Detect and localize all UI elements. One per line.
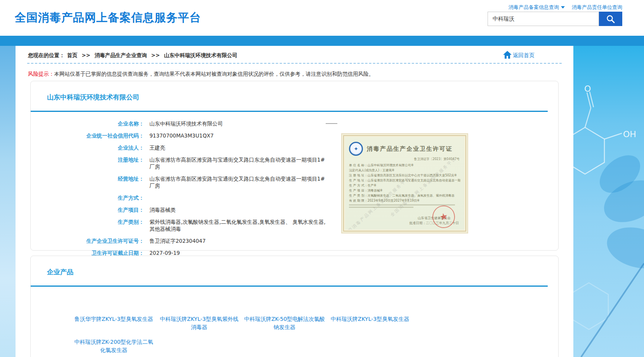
field-row: 生产项目：消毒器械类 [31, 206, 329, 213]
field-row: 生产企业卫生许可证号：鲁卫消证字202304047 [31, 237, 329, 244]
certificate-header: ✦ 消毒产品生产企业卫生许可证 [349, 142, 460, 156]
certificate-body: ✦ 消毒产品生产企业卫生许可证 鲁卫消证字〔2023〕第04047号 单 位 名… [345, 137, 464, 230]
breadcrumb-prefix: 您现在的位置： [28, 52, 65, 58]
card-divider [31, 111, 548, 112]
certificate-number: 鲁卫消证字〔2023〕第04047号 [349, 157, 460, 161]
field-label: 生产企业卫生许可证号： [31, 237, 144, 244]
company-info-card: 山东中科瑞沃环境技术有限公司 企业名称：山东中科瑞沃环境技术有限公司 企业统一社… [30, 81, 559, 251]
top-nav: 消毒产品备案信息查询 消毒产品责任单位查询 [509, 4, 622, 11]
nav-record-info-query[interactable]: 消毒产品备案信息查询 [509, 4, 565, 11]
national-emblem-icon: ✦ [349, 142, 363, 156]
field-label: 经营地址： [31, 175, 144, 189]
products-title: 企业产品 [47, 268, 73, 277]
field-row: 注册地址：山东省潍坊市高新区潍安路与宝通街交叉路口东北角自动变速器一期项目1#厂… [31, 156, 329, 170]
field-value: 91370700MA3M3U1QX7 [149, 132, 214, 139]
field-row: 生产类别：紫外线消毒器,次氯酸钠发生器,二氧化氯发生器,臭氧发生器、 臭氧水发生… [31, 218, 329, 232]
search-button[interactable] [599, 12, 622, 26]
certificate-line: 生 产 项 目：消毒器械※ [349, 188, 460, 193]
field-label: 生产项目： [31, 206, 144, 213]
main-content: 您现在的位置：首页 >> 消毒产品生产企业查询 >> 山东中科瑞沃环境技术有限公… [16, 46, 573, 357]
breadcrumb-separator: >> [82, 52, 90, 58]
certificate-title: 消毒产品生产企业卫生许可证 [367, 145, 453, 153]
chevron-down-icon [561, 6, 565, 9]
home-icon [503, 51, 512, 59]
field-value: 消毒器械类 [149, 206, 176, 213]
breadcrumb-current: 山东中科瑞沃环境技术有限公司 [164, 52, 238, 58]
field-value: 王建亮 [149, 144, 165, 151]
search-input[interactable] [488, 12, 599, 26]
return-home-link[interactable]: 返回首页 [503, 51, 535, 59]
svg-text:O: O [584, 84, 591, 94]
field-label: 企业法人： [31, 144, 144, 151]
field-label: 企业统一社会信用代码： [31, 132, 144, 139]
risk-warning: 风险提示：本网站仅基于已掌握的信息提供查询服务，查询结果不代表本网站对被查询对象… [28, 70, 374, 78]
background-decoration: O OH [573, 46, 644, 357]
product-link[interactable]: 中科瑞沃牌ZK-50型电解法次氯酸钠发生器 [243, 315, 326, 331]
risk-warning-text: 本网站仅基于已掌握的信息提供查询服务，查询结果不代表本网站对被查询对象信用状况的… [54, 71, 374, 77]
svg-text:OH: OH [623, 129, 636, 139]
product-link[interactable]: 中科瑞沃牌ZK-200型化学法二氧化氯发生器 [73, 338, 155, 354]
header-blue-strip [0, 36, 644, 46]
nav-responsible-unit-query[interactable]: 消毒产品责任单位查询 [572, 4, 622, 11]
page-header: 全国消毒产品网上备案信息服务平台 消毒产品备案信息查询 消毒产品责任单位查询 [0, 0, 644, 36]
company-fields: 企业名称：山东中科瑞沃环境技术有限公司 企业统一社会信用代码：91370700M… [31, 120, 329, 261]
field-value: 山东省潍坊市高新区潍安路与宝通街交叉路口东北角自动变速器一期项目1#厂房 [149, 175, 329, 189]
product-list: 鲁沃华宇牌ZKYL-3型臭氧发生器 中科瑞沃牌ZKYL-3型臭氧紫外线消毒器 中… [71, 315, 414, 357]
search-bar [488, 12, 622, 26]
certificate-line: 生 产 类 别：次氯酸钠发生器、二氧化氯发生器、臭氧发生器、紫外线消毒器 [349, 193, 460, 198]
nav-record-info-query-label: 消毒产品备案信息查询 [509, 4, 559, 11]
nav-responsible-unit-query-label: 消毒产品责任单位查询 [572, 4, 622, 11]
field-label: 生产方式： [31, 194, 144, 201]
field-value: 山东省潍坊市高新区潍安路与宝通街交叉路口东北角自动变速器一期项目1#厂房 [149, 156, 329, 170]
enterprise-products-card: 企业产品 鲁沃华宇牌ZKYL-3型臭氧发生器 中科瑞沃牌ZKYL-3型臭氧紫外线… [30, 256, 559, 357]
breadcrumb: 您现在的位置：首页 >> 消毒产品生产企业查询 >> 山东中科瑞沃环境技术有限公… [28, 52, 240, 59]
field-label: 注册地址： [31, 156, 144, 170]
field-row: 企业法人：王建亮 [31, 144, 329, 151]
field-row: 企业统一社会信用代码：91370700MA3M3U1QX7 [31, 132, 329, 139]
card-divider [31, 286, 548, 287]
return-home-label: 返回首页 [513, 52, 535, 59]
product-link[interactable]: 中科瑞沃牌ZKYL-3型臭氧紫外线消毒器 [158, 315, 240, 331]
breadcrumb-home[interactable]: 首页 [67, 52, 78, 58]
breadcrumb-enterprise-query[interactable]: 消毒产品生产企业查询 [95, 52, 147, 58]
company-name-title: 山东中科瑞沃环境技术有限公司 [47, 93, 139, 102]
field-row: 经营地址：山东省潍坊市高新区潍安路与宝通街交叉路口东北角自动变速器一期项目1#厂… [31, 175, 329, 189]
hygiene-license-certificate-image: ✦ 消毒产品生产企业卫生许可证 鲁卫消证字〔2023〕第04047号 单 位 名… [341, 133, 468, 233]
dashed-divider [27, 63, 562, 64]
product-link[interactable]: 中科瑞沃牌ZKYL-3型臭氧发生器 [329, 315, 411, 331]
field-label: 企业名称： [31, 120, 144, 127]
molecule-art-icon: O OH [573, 46, 644, 357]
field-value: 山东中科瑞沃环境技术有限公司 [149, 120, 223, 127]
search-icon [606, 15, 615, 23]
breadcrumb-separator: >> [151, 52, 160, 58]
product-link[interactable]: 鲁沃华宇牌ZKYL-3型臭氧发生器 [73, 315, 155, 331]
field-label: 生产类别： [31, 218, 144, 232]
field-value: 紫外线消毒器,次氯酸钠发生器,二氧化氯发生器,臭氧发生器、 臭氧水发生器,其他器… [149, 218, 329, 232]
site-title: 全国消毒产品网上备案信息服务平台 [15, 10, 201, 26]
field-value: 鲁卫消证字202304047 [149, 237, 206, 244]
field-row: 生产方式： [31, 194, 329, 201]
risk-warning-label: 风险提示： [28, 71, 54, 77]
field-row: 企业名称：山东中科瑞沃环境技术有限公司 [31, 120, 329, 127]
